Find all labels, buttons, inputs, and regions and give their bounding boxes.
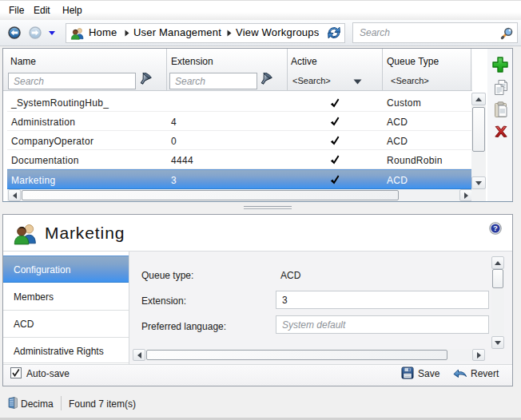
svg-text:?: ?	[493, 224, 498, 232]
